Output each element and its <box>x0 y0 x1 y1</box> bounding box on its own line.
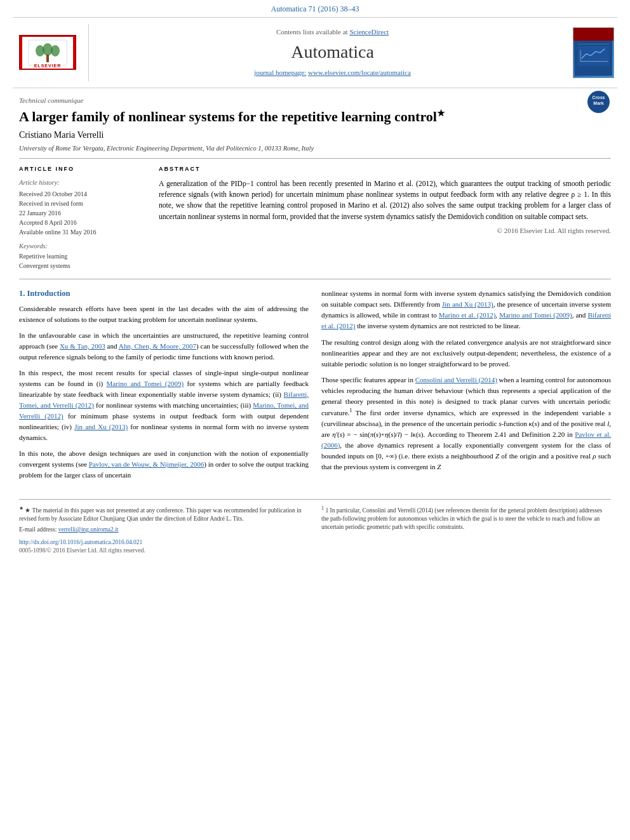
elsevier-logo-image: ELSEVIER <box>19 35 76 70</box>
journal-center-header: Contents lists available at ScienceDirec… <box>95 24 570 81</box>
journal-ref-text: Automatica 71 (2016) 38–43 <box>271 4 359 13</box>
abstract-text: A generalization of the PIDρ−1 control h… <box>159 178 611 222</box>
svg-text:Mark: Mark <box>593 101 603 105</box>
doi-link[interactable]: http://dx.doi.org/10.1016/j.automatica.2… <box>19 538 309 547</box>
pavlov-2006-link[interactable]: Pavlov et al. (2006) <box>321 430 611 449</box>
consolini-verrelli-link[interactable]: Consolini and Verrelli (2014) <box>415 376 497 383</box>
footnotes-section: ★ ★ The material in this paper was not p… <box>19 499 611 556</box>
keyword-2: Convergent systems <box>19 262 146 270</box>
svg-text:Cross: Cross <box>592 95 605 100</box>
marino-tomei-link[interactable]: Marino and Tomei (2009) <box>107 380 184 387</box>
jin-xu-2013-link[interactable]: Jin and Xu (2013) <box>442 300 493 308</box>
accepted-date: Accepted 8 April 2016 <box>19 218 146 227</box>
svg-point-3 <box>36 45 44 57</box>
right-para-2: The resulting control design along with … <box>321 337 611 370</box>
homepage-url[interactable]: www.elsevier.com/locate/automatica <box>308 69 411 76</box>
journal-reference: Automatica 71 (2016) 38–43 <box>0 0 630 17</box>
introduction-heading: 1. Introduction <box>19 288 309 300</box>
keywords-label: Keywords: <box>19 242 146 251</box>
svg-point-4 <box>51 45 60 57</box>
marino-tomei-2009-link[interactable]: Marino and Tomei (2009) <box>499 311 572 319</box>
footnote-1-text: 1 1 In particular, Consolini and Verrell… <box>321 505 611 532</box>
right-column: nonlinear systems in normal form with in… <box>321 288 611 486</box>
journal-header: ELSEVIER Contents lists available at Sci… <box>13 17 617 88</box>
available-online: Available online 31 May 2016 <box>19 228 146 237</box>
contents-available-text: Contents lists available at ScienceDirec… <box>276 27 389 37</box>
jin-xu-link[interactable]: Jin and Xu (2013) <box>74 423 128 430</box>
elsevier-logo: ELSEVIER <box>13 24 89 81</box>
abstract-heading: ABSTRACT <box>159 165 611 173</box>
journal-homepage: journal homepage: www.elsevier.com/locat… <box>254 68 411 77</box>
article-title: A larger family of nonlinear systems for… <box>19 108 586 126</box>
ahn-link[interactable]: Ahn, Chen, & Moore, 2007 <box>119 342 196 350</box>
copyright-line: © 2016 Elsevier Ltd. All rights reserved… <box>159 226 611 236</box>
right-para-3: Those specific features appear in Consol… <box>321 375 611 472</box>
sciencedirect-link[interactable]: ScienceDirect <box>349 28 389 36</box>
journal-title: Automatica <box>291 39 374 64</box>
divider-2 <box>19 279 611 279</box>
email-footnote: E-mail address: verrelli@ing.uniroma2.it <box>19 526 309 534</box>
pavlov-link[interactable]: Pavlov, van de Wouw, & Nijmeijer, 2006 <box>89 460 204 468</box>
received-revised-label: Received in revised form <box>19 199 146 208</box>
cover-thumbnail: automatica <box>573 27 614 78</box>
intro-para-4: In this note, the above design technique… <box>19 448 309 481</box>
crossmark-badge: Cross Mark <box>586 89 611 114</box>
marino-et-al-link[interactable]: Marino et al. (2012) <box>439 311 496 319</box>
keyword-1: Repetitive learning <box>19 252 146 261</box>
article-type: Technical communique <box>19 96 611 105</box>
author-affiliation: University of Rome Tor Vergata, Electron… <box>19 144 611 154</box>
intro-para-2: In the unfavourable case in which the un… <box>19 330 309 363</box>
journal-cover-image: automatica <box>570 24 617 81</box>
right-para-1: nonlinear systems in normal form with in… <box>321 288 611 331</box>
star-footnote: ★ ★ The material in this paper was not p… <box>19 505 309 524</box>
issn-text: 0005-1098/© 2016 Elsevier Ltd. All right… <box>19 547 309 555</box>
email-link[interactable]: verrelli@ing.uniroma2.it <box>58 526 119 533</box>
history-label: Article history: <box>19 178 146 188</box>
svg-text:ELSEVIER: ELSEVIER <box>34 63 61 68</box>
svg-text:automatica: automatica <box>584 32 604 37</box>
author-name: Cristiano Maria Verrelli <box>19 129 611 142</box>
svg-rect-8 <box>575 29 612 39</box>
footnote-right: 1 1 In particular, Consolini and Verrell… <box>321 505 611 556</box>
article-dates: Received 20 October 2014 Received in rev… <box>19 190 146 237</box>
intro-para-3: In this respect, the most recent results… <box>19 368 309 443</box>
article-info-column: ARTICLE INFO Article history: Received 2… <box>19 165 146 271</box>
left-column: 1. Introduction Considerable research ef… <box>19 288 309 486</box>
article-info-heading: ARTICLE INFO <box>19 165 146 173</box>
crossmark-icon: Cross Mark <box>587 91 610 113</box>
intro-para-1: Considerable research efforts have been … <box>19 303 309 325</box>
article-body: Technical communique A larger family of … <box>0 96 630 555</box>
xu-tan-link[interactable]: Xu & Tan, 2003 <box>60 342 105 350</box>
article-info-abstract-section: ARTICLE INFO Article history: Received 2… <box>19 165 611 271</box>
divider-1 <box>19 158 611 159</box>
keywords-list: Repetitive learning Convergent systems <box>19 252 146 270</box>
received-date: Received 20 October 2014 <box>19 190 146 199</box>
footnote-left: ★ ★ The material in this paper was not p… <box>19 505 309 556</box>
received-revised-date: 22 January 2016 <box>19 209 146 218</box>
main-content-section: 1. Introduction Considerable research ef… <box>19 288 611 486</box>
abstract-column: ABSTRACT A generalization of the PIDρ−1 … <box>159 165 611 271</box>
svg-rect-5 <box>46 55 49 62</box>
